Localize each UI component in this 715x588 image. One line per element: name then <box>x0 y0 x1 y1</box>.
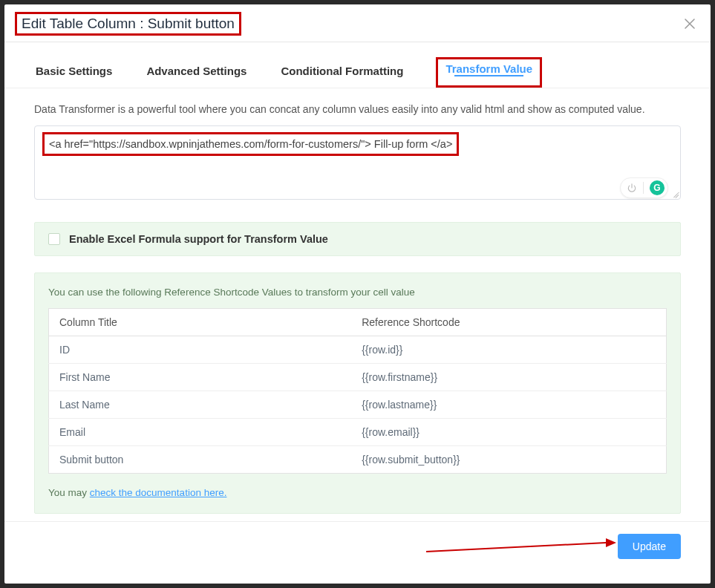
excel-formula-option[interactable]: Enable Excel Formula support for Transfo… <box>34 222 681 256</box>
reference-intro: You can use the following Reference Shor… <box>48 287 667 298</box>
reference-table: Column Title Reference Shortcode ID {{ro… <box>48 308 667 474</box>
cell-shortcode: {{row.submit_button}} <box>351 446 666 474</box>
table-row: First Name {{row.firstname}} <box>49 364 667 391</box>
grammar-badge-icon: G <box>650 180 665 195</box>
svg-marker-1 <box>606 538 616 547</box>
documentation-line: You may check the documentation here. <box>48 487 667 498</box>
transform-textarea[interactable]: <a href="https://sandbox.wpninjathemes.c… <box>34 125 681 200</box>
tab-bar: Basic Settings Advanced Settings Conditi… <box>4 42 711 88</box>
tab-transform-value[interactable]: Transform Value <box>445 62 532 79</box>
cell-shortcode: {{row.email}} <box>351 419 666 446</box>
cell-shortcode: {{row.firstname}} <box>351 364 666 391</box>
table-row: ID {{row.id}} <box>49 336 667 364</box>
table-row: Email {{row.email}} <box>49 419 667 446</box>
tab-basic-settings[interactable]: Basic Settings <box>34 60 114 85</box>
tab-advanced-settings[interactable]: Advanced Settings <box>145 60 248 85</box>
reference-col-shortcode: Reference Shortcode <box>351 309 666 336</box>
transform-textarea-value: <a href="https://sandbox.wpninjathemes.c… <box>49 138 452 150</box>
modal-dialog: Edit Table Column : Submit button Basic … <box>4 4 711 584</box>
svg-line-0 <box>426 543 606 552</box>
close-icon[interactable] <box>684 18 696 30</box>
table-row: Submit button {{row.submit_button}} <box>49 446 667 474</box>
transform-textarea-highlight: <a href="https://sandbox.wpninjathemes.c… <box>42 132 459 156</box>
modal-header: Edit Table Column : Submit button <box>4 4 711 42</box>
tab-content: Data Transformer is a powerful tool wher… <box>4 88 711 521</box>
textarea-toolbar: G <box>613 177 680 199</box>
cell-title: Last Name <box>49 391 352 419</box>
cell-title: Submit button <box>49 446 352 474</box>
modal-body: Basic Settings Advanced Settings Conditi… <box>4 42 711 584</box>
cell-title: Email <box>49 419 352 446</box>
modal-footer: Update <box>4 521 711 571</box>
doc-prefix: You may <box>48 487 90 498</box>
excel-formula-label: Enable Excel Formula support for Transfo… <box>69 233 328 245</box>
cell-title: First Name <box>49 364 352 391</box>
power-icon <box>627 183 637 193</box>
excel-formula-checkbox[interactable] <box>48 233 60 245</box>
tab-transform-value-highlight: Transform Value <box>436 57 542 88</box>
annotation-arrow-icon <box>425 535 618 558</box>
cell-shortcode: {{row.lastname}} <box>351 391 666 419</box>
reference-col-title: Column Title <box>49 309 352 336</box>
transform-description: Data Transformer is a powerful tool wher… <box>34 103 681 115</box>
reference-panel: You can use the following Reference Shor… <box>34 272 681 514</box>
tab-conditional-formatting[interactable]: Conditional Formatting <box>279 60 405 85</box>
update-button[interactable]: Update <box>618 534 681 559</box>
table-row: Last Name {{row.lastname}} <box>49 391 667 419</box>
divider <box>643 182 644 194</box>
cell-title: ID <box>49 336 352 364</box>
resize-handle-icon[interactable] <box>671 190 679 197</box>
grammar-widget[interactable]: G <box>620 177 668 198</box>
documentation-link[interactable]: check the documentation here. <box>90 487 227 498</box>
modal-title: Edit Table Column : Submit button <box>15 12 241 36</box>
cell-shortcode: {{row.id}} <box>351 336 666 364</box>
